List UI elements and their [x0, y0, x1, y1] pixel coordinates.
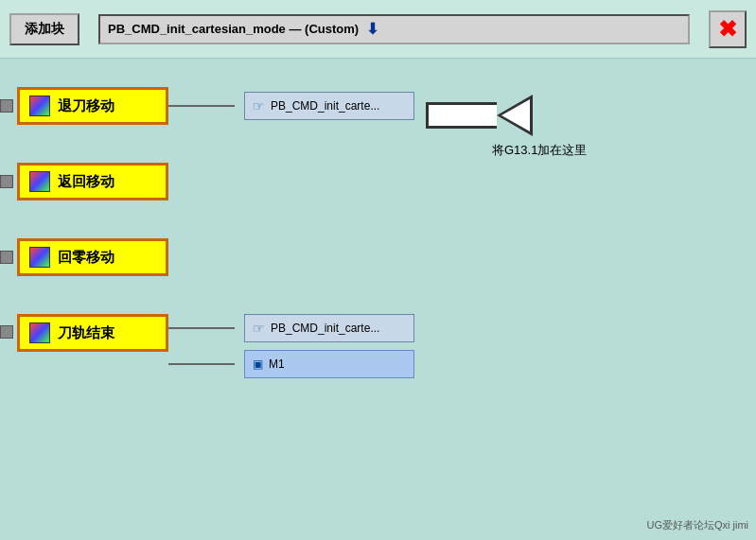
row-marker-3	[0, 251, 13, 264]
block-icon-huifei	[29, 247, 50, 268]
close-button[interactable]: ✖	[709, 10, 747, 48]
row-marker-2	[0, 175, 13, 188]
close-icon: ✖	[718, 16, 737, 43]
block-icon-tuidao	[29, 96, 50, 116]
main-canvas: 退刀移动 ☞ PB_CMD_init_carte... 将G13.1加在这里	[0, 59, 756, 540]
watermark: UG爱好者论坛Qxi jimi	[646, 518, 748, 532]
block-fanhui-label: 返回移动	[58, 173, 114, 191]
block-fanhui[interactable]: 返回移动	[17, 163, 168, 200]
block-huifei[interactable]: 回零移动	[17, 238, 168, 276]
block-tuidao[interactable]: 退刀移动	[17, 87, 168, 125]
annotation-text: 将G13.1加在这里	[492, 142, 587, 159]
connector-h-daogui-0	[168, 327, 235, 329]
sub-block-tuidao-0[interactable]: ☞ PB_CMD_init_carte...	[244, 92, 414, 120]
block-daogui[interactable]: 刀轨结束	[17, 314, 168, 352]
sub-block-daogui-1-label: M1	[269, 357, 285, 371]
connector-h-1	[168, 105, 235, 107]
sub-block-daogui-1[interactable]: ▣ M1	[244, 350, 414, 378]
download-icon[interactable]: ⬇	[366, 20, 378, 38]
sub-block-daogui-0[interactable]: ☞ PB_CMD_init_carte...	[244, 314, 414, 342]
left-arrow	[426, 95, 533, 136]
block-huifei-label: 回零移动	[58, 249, 114, 267]
block-row-huifei: 回零移动	[0, 238, 168, 276]
sub-block-icon-tuidao-0: ☞	[253, 98, 265, 113]
arrow-body	[426, 102, 497, 129]
block-icon-daogui	[29, 322, 50, 343]
sub-block-tuidao-0-label: PB_CMD_init_carte...	[271, 99, 379, 113]
top-bar: 添加块 PB_CMD_init_cartesian_mode — (Custom…	[0, 0, 756, 59]
window-title: PB_CMD_init_cartesian_mode — (Custom)	[108, 22, 359, 36]
title-bar: PB_CMD_init_cartesian_mode — (Custom) ⬇	[98, 14, 690, 44]
row-marker-1	[0, 99, 13, 113]
block-row-fanhui: 返回移动	[0, 163, 168, 200]
block-daogui-label: 刀轨结束	[58, 324, 114, 342]
sub-block-daogui-0-label: PB_CMD_init_carte...	[271, 322, 379, 335]
block-row-tuidao: 退刀移动 ☞ PB_CMD_init_carte...	[0, 87, 414, 125]
add-block-button[interactable]: 添加块	[9, 13, 79, 45]
row-marker-4	[0, 325, 13, 339]
block-tuidao-label: 退刀移动	[58, 97, 114, 115]
block-row-daogui: 刀轨结束 ☞ PB_CMD_init_carte... ▣	[0, 314, 414, 378]
sub-block-blue-icon-daogui-1: ▣	[253, 357, 263, 371]
sub-block-icon-daogui-0: ☞	[253, 321, 265, 336]
arrow-container	[426, 95, 533, 136]
connector-h-daogui-1	[168, 363, 235, 365]
arrow-head-inner	[501, 99, 530, 131]
block-icon-fanhui	[29, 171, 50, 192]
